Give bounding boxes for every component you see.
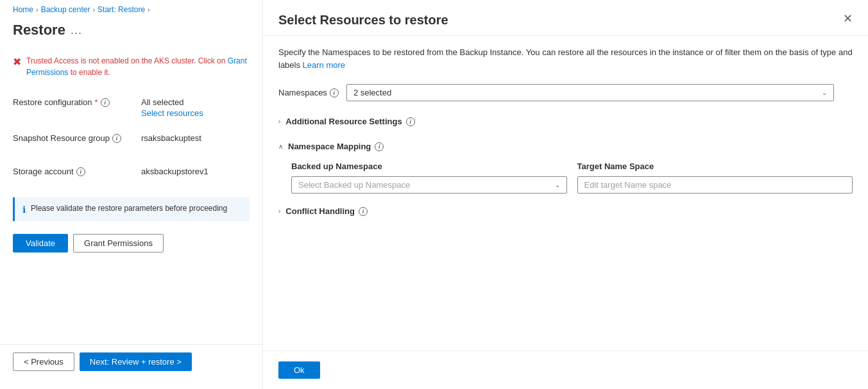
namespace-mapping-title: Namespace Mapping i [288, 142, 384, 151]
dialog-description: Specify the Namespaces to be restored fr… [278, 46, 853, 71]
dialog-title: Select Resources to restore [278, 13, 448, 28]
backed-up-ns-dropdown[interactable]: Select Backed up Namespace ⌄ [291, 176, 567, 194]
backed-up-ns-header: Backed up Namespace [291, 161, 567, 171]
required-star: * [95, 97, 98, 107]
storage-account-label: Storage account i [13, 164, 141, 176]
storage-account-row: Storage account i aksbackupstorev1 [13, 164, 250, 185]
breadcrumb-backup-center[interactable]: Backup center [41, 5, 90, 14]
namespaces-value: 2 selected [353, 88, 391, 97]
namespaces-field-row: Namespaces i 2 selected ⌄ [278, 84, 853, 101]
backed-up-ns-col: Backed up Namespace Select Backed up Nam… [291, 161, 567, 194]
namespace-mapping-chevron-icon: ∧ [278, 143, 283, 150]
namespace-mapping-content: Backed up Namespace Select Backed up Nam… [278, 154, 853, 194]
info-banner-icon: ℹ [22, 204, 26, 215]
bottom-nav: < Previous Next: Review + restore > [0, 344, 262, 379]
dialog-panel: Select Resources to restore ✕ Specify th… [263, 0, 868, 389]
dialog-body: Specify the Namespaces to be restored fr… [263, 36, 868, 351]
additional-resource-chevron-icon: › [278, 118, 280, 125]
grant-permissions-button[interactable]: Grant Permissions [73, 234, 164, 252]
next-button[interactable]: Next: Review + restore > [80, 352, 192, 371]
namespaces-chevron-icon: ⌄ [822, 89, 827, 96]
namespaces-label: Namespaces i [278, 88, 339, 97]
namespaces-dropdown[interactable]: 2 selected ⌄ [346, 84, 834, 101]
snapshot-rg-info-icon[interactable]: i [112, 134, 121, 143]
form-section: Restore configuration * i All selected S… [0, 95, 262, 344]
action-button-row: Validate Grant Permissions [13, 234, 250, 263]
breadcrumb-sep-1: › [36, 6, 38, 13]
restore-config-label: Restore configuration * i [13, 95, 141, 107]
page-title: Restore [13, 22, 65, 38]
dialog-header: Select Resources to restore ✕ [263, 0, 868, 36]
snapshot-rg-value: rsaksbackuptest [141, 131, 250, 143]
target-ns-input[interactable] [577, 176, 853, 194]
conflict-handling-info-icon[interactable]: i [359, 207, 368, 216]
snapshot-rg-label: Snapshot Resource group i [13, 131, 141, 143]
restore-config-all-selected: All selected [141, 97, 250, 107]
backed-up-ns-chevron-icon: ⌄ [555, 181, 560, 188]
error-banner: ✖ Trusted Access is not enabled on the A… [0, 49, 262, 85]
restore-config-info-icon[interactable]: i [101, 98, 110, 107]
breadcrumb: Home › Backup center › Start: Restore › [0, 0, 262, 19]
ok-button[interactable]: Ok [278, 361, 320, 379]
restore-config-row: Restore configuration * i All selected S… [13, 95, 250, 118]
additional-resource-info-icon[interactable]: i [406, 117, 415, 126]
breadcrumb-sep-2: › [92, 6, 95, 13]
namespace-mapping-grid: Backed up Namespace Select Backed up Nam… [291, 161, 853, 194]
breadcrumb-start-restore[interactable]: Start: Restore [98, 5, 145, 14]
additional-resource-header[interactable]: › Additional Resource Settings i [278, 114, 853, 129]
storage-account-info-icon[interactable]: i [76, 167, 85, 176]
storage-account-value: aksbackupstorev1 [141, 164, 250, 176]
main-container: Home › Backup center › Start: Restore › … [0, 0, 868, 389]
conflict-handling-title: Conflict Handling i [285, 206, 368, 216]
previous-button[interactable]: < Previous [13, 352, 74, 371]
conflict-handling-section: › Conflict Handling i [278, 204, 853, 219]
grant-permissions-link[interactable]: Grant Permissions [26, 56, 247, 77]
validate-button[interactable]: Validate [13, 234, 68, 252]
page-title-row: Restore ... [0, 19, 262, 49]
close-button[interactable]: ✕ [843, 13, 853, 24]
breadcrumb-home[interactable]: Home [13, 5, 33, 14]
info-banner-text: Please validate the restore parameters b… [31, 204, 227, 213]
namespace-mapping-info-icon[interactable]: i [375, 142, 384, 151]
more-icon[interactable]: ... [71, 24, 82, 37]
target-ns-col: Target Name Space [577, 161, 853, 194]
dialog-footer: Ok [263, 351, 868, 389]
left-panel: Home › Backup center › Start: Restore › … [0, 0, 263, 389]
restore-config-value: All selected Select resources [141, 95, 250, 118]
conflict-handling-chevron-icon: › [278, 208, 280, 215]
info-banner: ℹ Please validate the restore parameters… [13, 197, 250, 221]
conflict-handling-header[interactable]: › Conflict Handling i [278, 204, 853, 219]
snapshot-rg-row: Snapshot Resource group i rsaksbackuptes… [13, 131, 250, 151]
error-text: Trusted Access is not enabled on the AKS… [26, 55, 250, 78]
additional-resource-title: Additional Resource Settings i [285, 117, 414, 126]
target-ns-header: Target Name Space [577, 161, 853, 171]
select-resources-link[interactable]: Select resources [141, 108, 250, 118]
namespace-mapping-section: ∧ Namespace Mapping i Backed up Namespac… [278, 139, 853, 194]
namespace-mapping-header[interactable]: ∧ Namespace Mapping i [278, 139, 853, 154]
learn-more-link[interactable]: Learn more [303, 60, 345, 70]
error-circle-icon: ✖ [13, 56, 21, 68]
namespaces-info-icon[interactable]: i [330, 88, 339, 97]
breadcrumb-sep-3: › [148, 6, 150, 13]
additional-resource-section: › Additional Resource Settings i [278, 114, 853, 129]
backed-up-ns-placeholder: Select Backed up Namespace [298, 180, 410, 190]
